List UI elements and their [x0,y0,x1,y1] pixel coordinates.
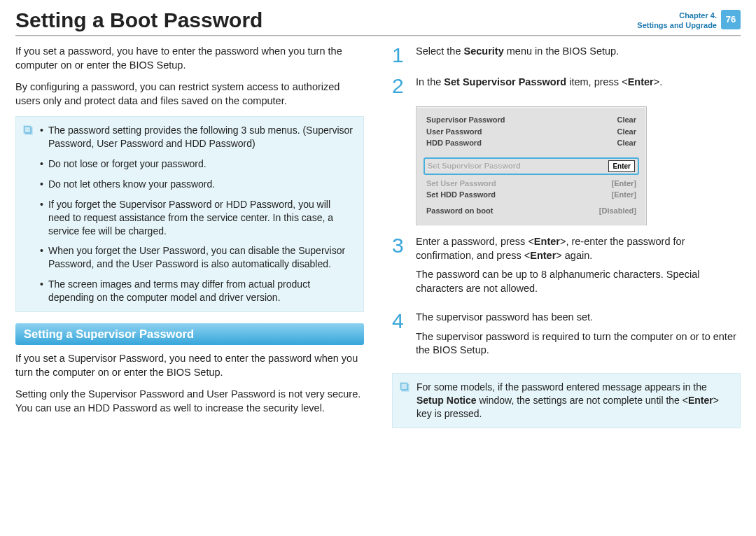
bios-row: User PasswordClear [426,126,636,138]
enter-key-badge: Enter [608,160,635,172]
note-item: The password setting provides the follow… [40,124,355,150]
bios-screenshot: Supervisor PasswordClear User PasswordCl… [416,106,647,225]
step-number: 3 [392,235,407,301]
note-item: The screen images and terms may differ f… [40,278,355,304]
step-3: 3 Enter a password, press <Enter>, re-en… [392,235,741,301]
note-item: Do not let others know your password. [40,178,355,191]
step-body: In the Set Supervisor Password item, pre… [416,76,741,97]
step-number: 4 [392,311,407,363]
step-4: 4 The supervisor password has been set. … [392,311,741,363]
left-column: If you set a password, you have to enter… [15,45,364,439]
bios-row: Password on boot[Disabled] [426,205,636,217]
note-item: When you forget the User Password, you c… [40,244,355,271]
intro-paragraph-2: By configuring a password, you can restr… [15,80,364,108]
bios-row: Set HDD Password[Enter] [426,189,636,201]
step-body: Enter a password, press <Enter>, re-ente… [416,235,741,301]
note-list: The password setting provides the follow… [40,124,355,304]
step-number: 1 [392,45,407,66]
step-4-text-1: The supervisor password has been set. [416,311,741,325]
header-right-block: Chapter 4. Settings and Upgrade 76 [637,8,741,31]
step-number: 2 [392,76,407,97]
note-item: Do not lose or forget your password. [40,157,355,171]
right-column: 1 Select the Security menu in the BIOS S… [392,45,741,439]
note-box-footer: For some models, if the password entered… [392,373,741,428]
columns: If you set a password, you have to enter… [15,45,741,439]
step-3-text: Enter a password, press <Enter>, re-ente… [416,235,741,262]
step-body: Select the Security menu in the BIOS Set… [416,45,741,66]
bios-row: HDD PasswordClear [426,137,636,149]
chapter-line2: Settings and Upgrade [637,21,717,31]
subsection-paragraph-2: Setting only the Supervisor Password and… [15,388,364,415]
step-1: 1 Select the Security menu in the BIOS S… [392,45,741,66]
subsection-paragraph-1: If you set a Supervisor Password, you ne… [15,352,364,379]
chapter-label: Chapter 4. Settings and Upgrade [637,8,717,31]
page-title: Setting a Boot Password [15,8,637,32]
intro-paragraph-1: If you set a password, you have to enter… [15,45,364,72]
step-4-text-2: The supervisor password is required to t… [416,330,741,358]
step-1-text: Select the Security menu in the BIOS Set… [416,45,741,59]
note-icon [398,381,411,393]
bios-highlighted-row: Set Supervisor PasswordEnter [424,157,639,175]
note-footer-text: For some models, if the password entered… [416,381,732,421]
note-box-main: The password setting provides the follow… [15,116,364,312]
step-2-text: In the Set Supervisor Password item, pre… [416,76,741,90]
note-item: If you forget the Supervisor Password or… [40,198,355,238]
page-root: Setting a Boot Password Chapter 4. Setti… [0,0,756,453]
bios-row: Supervisor PasswordClear [426,114,636,126]
step-2: 2 In the Set Supervisor Password item, p… [392,76,741,97]
step-3-text-2: The password can be up to 8 alphanumeric… [416,268,741,295]
header-divider [15,35,741,36]
step-body: The supervisor password has been set. Th… [416,311,741,363]
bios-row: Set User Password[Enter] [426,178,636,190]
note-icon [22,124,34,136]
section-subheading: Setting a Supervisor Password [15,323,364,345]
page-number-badge: 76 [721,10,741,29]
page-header: Setting a Boot Password Chapter 4. Setti… [15,8,741,32]
chapter-line1: Chapter 4. [637,11,717,21]
